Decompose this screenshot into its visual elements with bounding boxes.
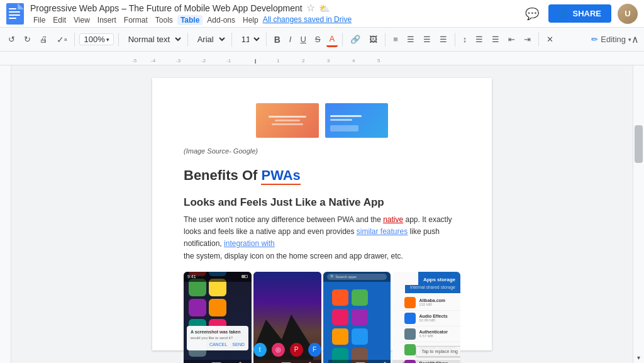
sep3 — [187, 33, 188, 47]
pwa-link-text: PWAs — [261, 167, 300, 185]
link-button[interactable]: 🔗 — [347, 33, 364, 46]
comment-button[interactable]: 💬 — [522, 4, 542, 24]
phone-image-2: t ◎ P F — [253, 272, 321, 363]
phone-image-1: 9:41 — [184, 272, 252, 363]
toolbar: ↺ ↻ 🖨 ✓a 100% ▾ Normal text Arial 11 B I… — [0, 28, 644, 52]
svg-rect-1 — [9, 8, 16, 9]
sep5 — [266, 33, 267, 47]
line-spacing-button[interactable]: ↕ — [460, 33, 470, 46]
editing-label: ✏ Editing ▾ — [591, 35, 631, 44]
zoom-box[interactable]: 100% ▾ — [79, 33, 113, 45]
main-area: (Image Source- Google) Benefits Of PWAs … — [0, 65, 644, 363]
title-section: Progressive Web Apps – The Future of Mob… — [30, 2, 522, 25]
menu-view[interactable]: View — [70, 15, 93, 25]
numbers-button[interactable]: ☰ — [489, 33, 502, 46]
scroll-down-icon: ▾ — [637, 354, 640, 361]
doc-title-text: Progressive Web Apps – The Future of Mob… — [30, 3, 303, 13]
italic-button[interactable]: I — [286, 33, 295, 46]
print-button[interactable]: 🖨 — [36, 33, 51, 46]
zoom-value: 100% — [84, 35, 104, 44]
text-color-button[interactable]: A — [326, 32, 338, 47]
doc-title-row: Progressive Web Apps – The Future of Mob… — [30, 2, 522, 14]
phone-image-4: Apps storage Internal shared storage Ali… — [392, 272, 460, 363]
align-center-button[interactable]: ☰ — [404, 33, 418, 46]
share-button[interactable]: 👤 SHARE — [548, 4, 611, 23]
ruler: -5 -4 -3 -2 -1 | 1 2 3 4 5 — [0, 52, 644, 65]
phone-images-grid: 9:41 — [184, 272, 460, 363]
toolbar-collapse-button[interactable]: ∧ — [631, 33, 639, 45]
sep6 — [342, 33, 343, 47]
avatar[interactable]: U — [618, 4, 638, 24]
right-actions: 💬 👤 SHARE U — [522, 4, 638, 24]
phone2-nav — [253, 360, 321, 363]
style-select[interactable]: Normal text — [123, 33, 183, 46]
benefits-text: Benefits Of — [184, 167, 261, 183]
autosave-text[interactable]: All changes saved in Drive — [263, 15, 352, 25]
underline-button[interactable]: U — [297, 33, 309, 46]
zoom-chevron: ▾ — [106, 36, 109, 43]
sep7 — [385, 33, 386, 47]
image-source-text: (Image Source- Google) — [184, 147, 460, 155]
pencil-icon: ✏ — [591, 35, 598, 44]
title-bar: Progressive Web Apps – The Future of Mob… — [0, 0, 644, 28]
pwa-tooltip: Tap to replace Img — [416, 346, 460, 357]
menu-tools[interactable]: Tools — [152, 15, 176, 25]
doc-icon — [6, 3, 24, 25]
menu-addons[interactable]: Add-ons — [204, 15, 238, 25]
align-right-button[interactable]: ☰ — [420, 33, 434, 46]
share-person-icon: 👤 — [558, 9, 569, 18]
menu-format[interactable]: Format — [121, 15, 151, 25]
align-justify-button[interactable]: ☰ — [436, 33, 450, 46]
bold-button[interactable]: B — [271, 33, 284, 47]
scroll-down-button[interactable]: ▾ — [633, 352, 644, 363]
section1-body: The user won't notice any difference bet… — [184, 214, 460, 262]
svg-rect-2 — [9, 11, 20, 13]
benefits-title: Benefits Of PWAs — [184, 167, 460, 185]
editing-text: Editing — [601, 35, 626, 44]
share-label: SHARE — [572, 9, 601, 18]
phone1-nav — [184, 360, 252, 363]
document-area[interactable]: (Image Source- Google) Benefits Of PWAs … — [11, 65, 633, 363]
phone3-nav — [328, 360, 391, 363]
svg-rect-4 — [9, 18, 16, 19]
menu-insert[interactable]: Insert — [94, 15, 119, 25]
menu-bar: File Edit View Insert Format Tools Table… — [30, 15, 522, 25]
menu-table[interactable]: Table — [177, 15, 203, 25]
sep2 — [118, 33, 119, 47]
sep4 — [231, 33, 232, 47]
redo-button[interactable]: ↻ — [21, 33, 34, 46]
clear-format-button[interactable]: ✕ — [543, 33, 557, 46]
font-select[interactable]: Arial — [192, 33, 227, 46]
sep8 — [455, 33, 455, 47]
top-image-right — [325, 103, 388, 138]
top-image-left — [256, 103, 319, 138]
indent-less-button[interactable]: ⇤ — [505, 33, 518, 46]
undo-button[interactable]: ↺ — [5, 33, 18, 46]
image-button[interactable]: 🖼 — [366, 33, 380, 46]
phone-image-3: 🔍 Search apps — [323, 272, 391, 363]
scrollbar-thumb[interactable] — [635, 125, 643, 163]
star-icon[interactable]: ☆ — [306, 2, 315, 14]
spellcheck-button[interactable]: ✓a — [53, 33, 70, 47]
align-left-button[interactable]: ≡ — [390, 33, 401, 46]
top-images-strip — [184, 103, 460, 138]
scrollbar-left — [0, 65, 11, 363]
document-page: (Image Source- Google) Benefits Of PWAs … — [152, 78, 492, 350]
section1-title: Looks and Feels Just Like a Native App — [184, 196, 460, 209]
scrollbar-right[interactable]: ▾ — [633, 65, 644, 363]
sep9 — [538, 33, 539, 47]
phone4-nav — [392, 360, 460, 363]
toolbar-right: ✏ Editing ▾ ∧ — [591, 33, 639, 45]
cloud-icon: ⛅ — [319, 3, 330, 13]
strikethrough-button[interactable]: S — [312, 33, 324, 46]
bullets-button[interactable]: ☰ — [472, 33, 486, 46]
menu-edit[interactable]: Edit — [50, 15, 69, 25]
size-select[interactable]: 11 — [236, 33, 262, 46]
menu-help[interactable]: Help — [240, 15, 262, 25]
svg-rect-0 — [6, 3, 24, 25]
sep1 — [74, 33, 75, 47]
svg-rect-3 — [9, 14, 20, 16]
menu-file[interactable]: File — [30, 15, 48, 25]
scrollbar-track: ▾ — [633, 65, 644, 363]
indent-more-button[interactable]: ⇥ — [521, 33, 534, 46]
